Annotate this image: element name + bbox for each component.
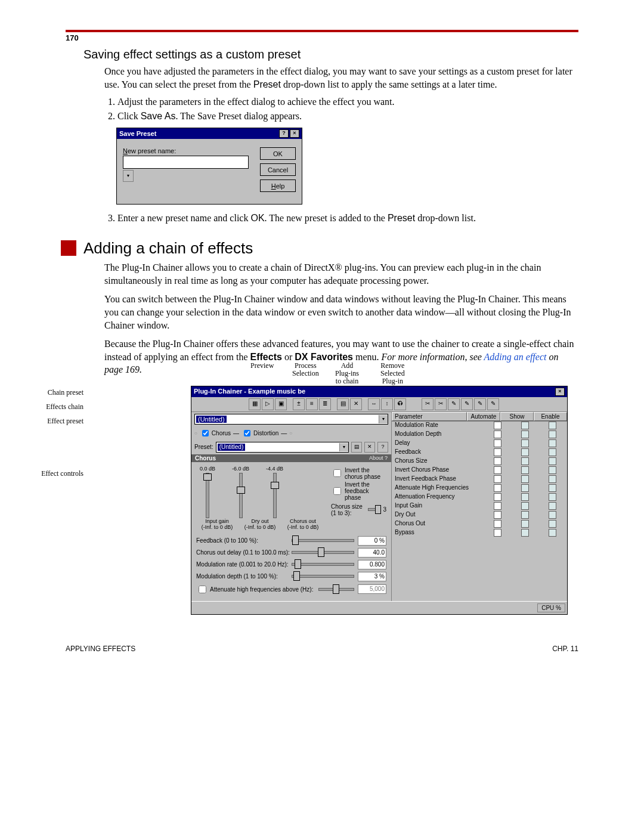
chevron-down-icon[interactable]: ▼ (339, 443, 348, 451)
invert-feedback-checkbox[interactable]: Invert the feedback phase (331, 481, 386, 501)
automate-checkbox[interactable] (494, 448, 501, 456)
close-icon[interactable]: × (290, 129, 299, 138)
toolbar-icon[interactable]: ✎ (461, 398, 473, 410)
enable-checkbox[interactable] (549, 511, 556, 519)
automate-checkbox[interactable] (494, 502, 501, 510)
show-checkbox[interactable] (521, 466, 529, 474)
show-checkbox[interactable] (521, 448, 529, 456)
show-checkbox[interactable] (521, 484, 529, 492)
callout-effect-preset: Effect preset (18, 417, 83, 426)
enable-checkbox[interactable] (549, 466, 556, 474)
show-checkbox[interactable] (521, 475, 529, 483)
automate-checkbox[interactable] (494, 422, 501, 429)
enable-checkbox[interactable] (549, 502, 556, 510)
param-slider[interactable] (318, 547, 324, 557)
enable-checkbox[interactable] (549, 457, 556, 465)
automate-checkbox[interactable] (494, 439, 501, 447)
chain-preset-dropdown[interactable]: (Untitled) ▼ (194, 414, 388, 425)
save-icon[interactable]: ▤ (337, 398, 349, 410)
chevron-down-icon[interactable]: ▼ (379, 415, 388, 423)
delete-icon[interactable]: ✕ (350, 398, 362, 410)
ok-button[interactable]: OK (260, 147, 296, 160)
chain-item-chorus[interactable]: Chorus (200, 428, 231, 438)
enable-checkbox[interactable] (549, 520, 556, 528)
help-icon[interactable]: ? (377, 442, 388, 453)
enable-checkbox[interactable] (549, 484, 556, 492)
automate-checkbox[interactable] (494, 431, 501, 438)
param-row: Modulation Rate (392, 422, 567, 431)
automate-checkbox[interactable] (494, 520, 501, 528)
toolbar-icon[interactable]: ✂ (435, 398, 447, 410)
toolbar-icon[interactable]: ≡ (306, 398, 318, 410)
show-checkbox[interactable] (521, 529, 529, 537)
help-icon[interactable]: ? (279, 129, 289, 138)
effect-preset-dropdown[interactable]: (Untitled) ▼ (216, 442, 349, 453)
toolbar-icon[interactable]: ✎ (474, 398, 486, 410)
effects-chain: ○ Chorus — Distortion —○ (191, 426, 391, 440)
show-checkbox[interactable] (521, 493, 529, 501)
automate-checkbox[interactable] (494, 457, 501, 465)
enable-checkbox[interactable] (549, 493, 556, 501)
col-automate[interactable]: Automate (467, 412, 500, 421)
gain-slider[interactable] (237, 487, 245, 494)
toolbar-icon[interactable]: ✎ (487, 398, 499, 410)
automate-checkbox[interactable] (494, 484, 501, 492)
show-checkbox[interactable] (521, 457, 529, 465)
automate-checkbox[interactable] (494, 466, 501, 474)
gain-slider[interactable] (271, 482, 279, 489)
toolbar-icon[interactable]: ✎ (448, 398, 460, 410)
dropdown-arrow-icon[interactable]: ▼ (123, 170, 134, 182)
gain-slider[interactable] (203, 473, 212, 481)
show-checkbox[interactable] (521, 502, 529, 510)
add-plugin-button[interactable]: ⮉ (394, 398, 406, 410)
process-button[interactable]: ▣ (275, 398, 287, 410)
enable-checkbox[interactable] (549, 422, 556, 429)
enable-checkbox[interactable] (549, 439, 556, 447)
chain-item-distortion[interactable]: Distortion (242, 428, 278, 438)
param-slider[interactable] (292, 535, 299, 545)
automate-checkbox[interactable] (494, 511, 501, 519)
show-checkbox[interactable] (521, 431, 529, 438)
attenuate-slider[interactable] (333, 584, 339, 594)
show-checkbox[interactable] (521, 520, 529, 528)
param-row: Chorus Out (392, 520, 567, 529)
play-button[interactable]: ▷ (262, 398, 274, 410)
callout-remove-plugin: Remove Selected Plug-in (380, 362, 405, 386)
show-checkbox[interactable] (521, 439, 529, 447)
param-slider[interactable] (295, 559, 301, 569)
delete-preset-icon[interactable]: ✕ (364, 442, 375, 453)
close-icon[interactable]: × (555, 388, 565, 396)
new-preset-name-input[interactable] (123, 156, 249, 169)
cancel-button[interactable]: Cancel (260, 163, 296, 176)
attenuate-checkbox[interactable]: Attenuate high frequencies above (Hz): (196, 584, 318, 595)
step-2: Click Save As. The Save Preset dialog ap… (117, 111, 578, 122)
about-link[interactable]: About ? (369, 455, 388, 462)
enable-checkbox[interactable] (549, 431, 556, 438)
enable-checkbox[interactable] (549, 448, 556, 456)
link-adding-an-effect[interactable]: Adding an effect (484, 352, 547, 362)
toolbar-icon[interactable]: ≣ (319, 398, 331, 410)
chain-p2: You can switch between the Plug-In Chain… (104, 293, 578, 332)
enable-checkbox[interactable] (549, 529, 556, 537)
col-enable[interactable]: Enable (534, 412, 567, 421)
save-preset-icon[interactable]: ▤ (351, 442, 362, 453)
automate-checkbox[interactable] (494, 493, 501, 501)
col-show[interactable]: Show (500, 412, 534, 421)
automate-checkbox[interactable] (494, 475, 501, 483)
callout-chain-preset: Chain preset (18, 388, 83, 397)
toolbar-icon[interactable]: ± (293, 398, 305, 410)
toolbar-icon[interactable]: ↔ (368, 398, 380, 410)
show-checkbox[interactable] (521, 422, 529, 429)
param-slider[interactable] (293, 571, 300, 581)
invert-chorus-checkbox[interactable]: Invert the chorus phase (331, 467, 386, 480)
enable-checkbox[interactable] (549, 475, 556, 483)
preview-button[interactable]: ▦ (249, 398, 261, 410)
chorus-size-slider[interactable] (375, 505, 381, 514)
toolbar-icon[interactable]: ✂ (422, 398, 434, 410)
col-parameter[interactable]: Parameter (392, 412, 467, 421)
automate-checkbox[interactable] (494, 529, 501, 537)
help-button[interactable]: Help (260, 179, 296, 192)
saving-preset-intro: Once you have adjusted the parameters in… (104, 65, 578, 91)
show-checkbox[interactable] (521, 511, 529, 519)
toolbar-icon[interactable]: ↕ (381, 398, 393, 410)
